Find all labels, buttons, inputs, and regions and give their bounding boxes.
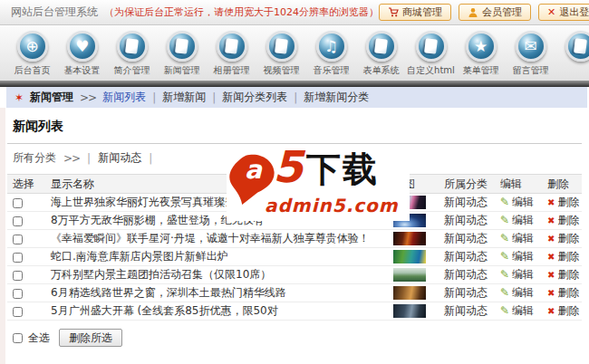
thumbnail-image [393,268,426,282]
breadcrumb-pipe: | [212,91,216,104]
row-checkbox[interactable] [13,253,23,263]
form-page-icon [366,31,397,62]
table-row: 6月精选线路世界之窗，深圳本土最热门精华线路新闻动态✎编辑✖删除 [7,284,582,302]
breadcrumb-pipe: | [294,91,297,104]
delete-link[interactable]: 删除 [557,250,579,263]
news-title[interactable]: 《幸福爱瞬间》联手星河·丹堤，诚邀十对幸福新人独享尊贵体验！ [43,230,386,248]
home-globe-icon: ⊕ [17,31,48,62]
edit-link[interactable]: 编辑 [512,250,534,263]
main-content: 新闻列表 所有分类 >> | 新闻动态 | 选择 显示名称 缩图 所属分类 编辑… [0,108,589,364]
toolbar-item-clipped-page[interactable] [555,26,589,81]
top-header-bar: 网站后台管理系统 （为保证后台正常运行，请使用宽大于1024分辨率的浏览器） 商… [0,0,589,25]
toolbar-item-message-mail[interactable]: ✉留言管理 [506,26,555,81]
toolbar-item-form-page[interactable]: 表单系统 [356,26,406,81]
all-categories-label[interactable]: 所有分类 [13,150,56,166]
breadcrumb-pipe: | [152,91,156,104]
table-row: 5月广州盛大开幕 (全线套系85折优惠，限50对新闻动态✎编辑✖删除 [7,302,582,321]
toolbar-item-menu-star[interactable]: ★菜单管理 [456,26,506,81]
news-title[interactable]: 蛇口.南海意库新店内景图片新鲜出炉 [43,248,386,266]
table-header-row: 选择 显示名称 缩图 所属分类 编辑 删除 [7,175,582,194]
edit-link[interactable]: 编辑 [512,232,534,244]
toolbar-item-video-page[interactable]: 视频管理 [256,26,306,81]
delete-x-icon: ✖ [547,197,555,207]
member-manage-button[interactable]: 会员管理 [459,4,531,21]
toolbar-item-custom-html-page[interactable]: 自定义html [406,26,456,81]
edit-link[interactable]: 编辑 [512,304,534,317]
delete-selected-button[interactable]: 删除所选 [59,329,122,347]
toolbar-item-album-page[interactable]: 相册管理 [207,26,256,81]
breadcrumb-link-category-list[interactable]: 新闻分类列表 [222,90,287,105]
toolbar-item-news-page[interactable]: 新闻管理 [157,26,207,81]
music-note-icon: ♫ [316,31,347,62]
delete-link[interactable]: 删除 [557,214,579,226]
breadcrumb-link-add-news[interactable]: 新增新闻 [162,90,206,105]
title-divider [7,143,582,144]
breadcrumb-link-add-category[interactable]: 新增新闻分类 [304,90,369,105]
breadcrumb-section: 新闻管理 [30,90,73,105]
cart-icon [388,7,399,17]
edit-pencil-icon: ✎ [500,304,509,317]
header-buttons: 商城管理 会员管理 ✕ 退出登录 预览效果 [379,4,589,21]
logout-button[interactable]: ✕ 退出登录 [538,4,589,21]
toolbar-item-label: 新闻管理 [164,64,200,77]
edit-link[interactable]: 编辑 [512,196,534,208]
edit-pencil-icon: ✎ [500,214,509,226]
edit-pencil-icon: ✎ [500,232,509,244]
mall-manage-label: 商城管理 [402,5,442,19]
select-all-checkbox[interactable] [13,333,23,343]
delete-link[interactable]: 删除 [557,286,579,299]
toolbar-item-music-note[interactable]: ♫音乐管理 [306,26,356,81]
category-filter: 所有分类 >> | 新闻动态 | [13,150,589,166]
row-checkbox[interactable] [13,216,23,226]
table-row: 万科别墅内景主题团拍活动召集（仅限10席）新闻动态✎编辑✖删除 [7,266,582,284]
news-title[interactable]: 5月广州盛大开幕 (全线套系85折优惠，限50对 [43,302,386,321]
toolbar-item-intro-page[interactable]: 简介管理 [107,26,157,81]
toolbar-item-label: 表单系统 [363,64,400,77]
video-page-icon [266,31,297,62]
row-checkbox[interactable] [13,235,23,244]
breadcrumb-star-icon: ✶ [14,91,24,104]
menu-star-icon: ★ [466,31,497,62]
icon-toolbar: ⊕后台首页♥基本设置简介管理新闻管理相册管理视频管理♫音乐管理表单系统自定义ht… [0,26,589,81]
header-select: 选择 [7,175,43,194]
resolution-notice: （为保证后台正常运行，请使用宽大于1024分辨率的浏览器） [104,5,379,19]
delete-link[interactable]: 删除 [557,268,579,281]
toolbar-item-label: 菜单管理 [463,64,499,77]
category-label: 新闻动态 [437,284,493,302]
toolbar-item-settings-heart[interactable]: ♥基本设置 [57,26,107,81]
news-title[interactable]: 海上世界独家华丽灯光夜景写真璀璨登场 [43,194,386,212]
edit-link[interactable]: 编辑 [512,268,534,281]
edit-pencil-icon: ✎ [500,286,509,299]
row-checkbox[interactable] [13,271,23,281]
toolbar-item-label: 后台首页 [14,64,51,77]
system-title: 网站后台管理系统 [11,5,98,20]
delete-x-icon: ✖ [547,234,555,244]
mall-manage-button[interactable]: 商城管理 [379,4,451,21]
toolbar-item-home-globe[interactable]: ⊕后台首页 [7,26,57,81]
custom-html-page-icon [416,31,447,62]
breadcrumb-link-news-list[interactable]: 新闻列表 [102,90,146,105]
toolbar-item-label: 自定义html [407,64,455,77]
clipped-page-icon [565,31,589,62]
toolbar-item-label: 视频管理 [264,64,300,77]
logout-x-icon: ✕ [547,7,555,17]
news-table-body: 海上世界独家华丽灯光夜景写真璀璨登场新闻动态✎编辑✖删除8万平方无敌华丽影棚，盛… [7,194,582,321]
settings-heart-icon: ♥ [67,31,98,62]
table-row: 8万平方无敌华丽影棚，盛世登场，绝无仅有新闻动态✎编辑✖删除 [7,212,582,230]
category-link-news[interactable]: 新闻动态 [98,150,141,166]
album-page-icon [217,31,247,62]
edit-pencil-icon: ✎ [500,196,509,208]
delete-link[interactable]: 删除 [557,196,579,208]
row-checkbox[interactable] [13,289,23,299]
edit-link[interactable]: 编辑 [512,286,534,299]
news-title[interactable]: 万科别墅内景主题团拍活动召集（仅限10席） [43,266,386,284]
delete-link[interactable]: 删除 [557,232,579,244]
edit-link[interactable]: 编辑 [512,214,534,226]
news-title[interactable]: 6月精选线路世界之窗，深圳本土最热门精华线路 [43,284,386,302]
row-checkbox[interactable] [13,307,23,317]
logout-label: 退出登录 [559,5,589,19]
row-checkbox[interactable] [13,198,23,208]
breadcrumb-separator: >> [80,91,96,104]
delete-link[interactable]: 删除 [557,304,579,317]
news-title[interactable]: 8万平方无敌华丽影棚，盛世登场，绝无仅有 [43,212,386,230]
